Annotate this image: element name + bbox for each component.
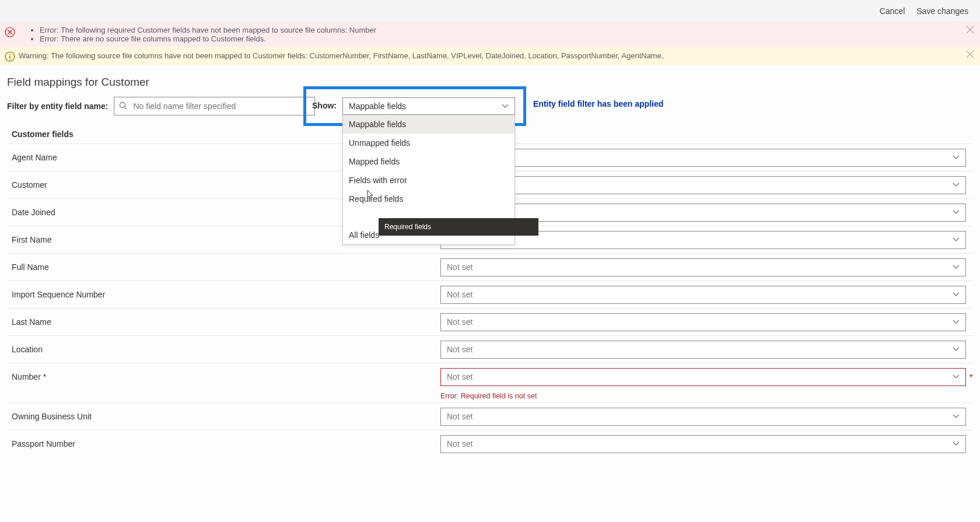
show-option-required[interactable]: Required fields Required fields — [343, 190, 514, 226]
field-value-text: Not set — [447, 262, 473, 272]
field-label: Last Name — [12, 317, 440, 327]
field-value-text: Not set — [447, 317, 473, 327]
svg-rect-7 — [9, 56, 10, 59]
field-row: LocationNot set — [7, 335, 973, 363]
field-value-dropdown[interactable]: Not set — [440, 435, 966, 453]
filter-applied-message: Entity field filter has been applied — [533, 99, 663, 108]
field-value-dropdown[interactable]: Not set — [440, 258, 966, 276]
field-value-wrap: Not set — [440, 313, 970, 331]
field-value-wrap: Not set — [440, 149, 970, 167]
field-value-dropdown[interactable]: Not set — [440, 368, 966, 386]
field-row: Full NameNot set — [7, 253, 973, 281]
chevron-down-icon — [953, 154, 960, 161]
chevron-down-icon — [953, 413, 960, 420]
show-dropdown-options: Mappable fields Unmapped fields Mapped f… — [342, 115, 515, 245]
field-value-text: Not set — [447, 290, 473, 299]
svg-line-11 — [125, 107, 127, 110]
field-error-text: Error: Required field is not set — [7, 390, 973, 402]
filter-row: Filter by entity field name: Show: Mappa… — [7, 94, 973, 124]
tooltip: Required fields — [379, 218, 538, 236]
chevron-down-icon — [953, 318, 960, 325]
show-selected-value: Mappable fields — [349, 101, 406, 111]
chevron-down-icon — [953, 291, 960, 298]
search-wrapper — [114, 97, 315, 115]
chevron-down-icon — [502, 103, 509, 110]
chevron-down-icon — [953, 440, 960, 447]
field-row: Passport NumberNot set — [7, 430, 973, 457]
field-label: Location — [12, 345, 440, 354]
error-icon — [5, 27, 15, 37]
show-option-mapped[interactable]: Mapped fields — [343, 152, 514, 171]
cancel-button[interactable]: Cancel — [880, 6, 905, 16]
field-label: Owning Business Unit — [12, 412, 440, 421]
main-content: Field mappings for Customer Filter by en… — [0, 65, 980, 457]
filter-label: Filter by entity field name: — [7, 101, 108, 111]
field-value-dropdown[interactable]: Not set — [440, 408, 966, 426]
field-row: Last NameNot set — [7, 308, 973, 335]
chevron-down-icon — [953, 373, 960, 380]
field-value-dropdown[interactable]: Not set — [440, 149, 966, 167]
svg-point-10 — [120, 102, 125, 107]
close-icon[interactable] — [966, 26, 974, 34]
field-value-text: Not set — [447, 372, 473, 381]
show-label: Show: — [312, 97, 337, 110]
show-dropdown[interactable]: Mappable fields Mappable fields Unmapped… — [342, 97, 515, 115]
field-value-dropdown[interactable]: Not set — [440, 286, 966, 304]
field-value-wrap: Not set* — [440, 368, 970, 386]
field-value-text: Not set — [447, 412, 473, 421]
field-value-wrap: Not set — [440, 435, 970, 453]
chevron-down-icon — [953, 209, 960, 216]
field-row: Owning Business UnitNot set — [7, 402, 973, 430]
field-value-text: Not set — [447, 345, 473, 354]
field-value-wrap: Not set — [440, 408, 970, 426]
field-value-dropdown[interactable]: Not set — [440, 176, 966, 194]
info-icon — [5, 51, 15, 62]
field-value-dropdown[interactable]: Not set — [440, 341, 966, 359]
search-icon — [119, 101, 128, 110]
field-row: Number *Not set* — [7, 363, 973, 390]
chevron-down-icon — [953, 264, 960, 271]
error-item: Error: The following required Customer f… — [40, 26, 376, 34]
cursor-icon — [366, 190, 375, 201]
field-value-wrap: Not set — [440, 176, 970, 194]
svg-point-6 — [9, 54, 10, 55]
error-item: Error: There are no source file columns … — [40, 34, 376, 43]
chevron-down-icon — [953, 346, 960, 353]
show-option-errors[interactable]: Fields with error — [343, 171, 514, 190]
field-value-wrap: Not set — [440, 341, 970, 359]
field-label: Number * — [12, 372, 440, 381]
chevron-down-icon — [953, 236, 960, 243]
field-row: Import Sequence NumberNot set — [7, 281, 973, 308]
close-icon[interactable] — [966, 50, 974, 58]
show-dropdown-highlight: Show: Mappable fields Mappable fields Un… — [303, 86, 526, 126]
field-value-dropdown[interactable]: Not set — [440, 313, 966, 331]
warning-text: Warning: The following source file colum… — [19, 50, 664, 60]
field-label: Import Sequence Number — [12, 290, 440, 299]
field-value-wrap: Not set — [440, 258, 970, 276]
show-option-label: Required fields — [349, 194, 403, 204]
show-option-mappable[interactable]: Mappable fields — [343, 115, 514, 134]
error-list: Error: The following required Customer f… — [40, 26, 376, 43]
chevron-down-icon — [953, 181, 960, 188]
filter-input[interactable] — [114, 97, 315, 115]
show-dropdown-head[interactable]: Mappable fields — [342, 97, 515, 115]
show-option-unmapped[interactable]: Unmapped fields — [343, 134, 514, 152]
field-value-wrap: Not set — [440, 286, 970, 304]
field-label: Passport Number — [12, 439, 440, 449]
error-notification: Error: The following required Customer f… — [0, 22, 980, 47]
save-changes-button[interactable]: Save changes — [916, 6, 968, 16]
field-value-text: Not set — [447, 439, 473, 449]
warning-notification: Warning: The following source file colum… — [0, 47, 980, 65]
required-indicator: * — [970, 373, 973, 383]
top-action-bar: Cancel Save changes — [0, 0, 980, 22]
field-label: Full Name — [12, 262, 440, 272]
